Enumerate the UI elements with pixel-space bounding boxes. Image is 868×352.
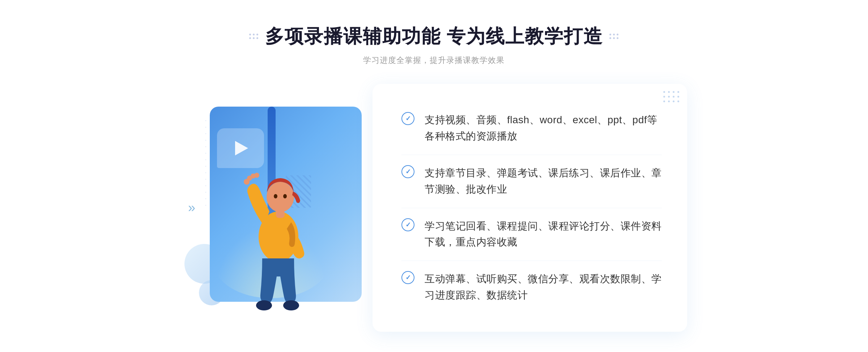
check-circle-1: ✓ [401, 112, 414, 125]
person-illustration [228, 139, 329, 320]
main-title: 多项录播课辅助功能 专为线上教学打造 [265, 24, 603, 49]
check-circle-4: ✓ [401, 271, 414, 284]
check-circle-2: ✓ [401, 165, 414, 178]
svg-point-5 [283, 194, 287, 198]
features-panel: ✓支持视频、音频、flash、word、excel、ppt、pdf等各种格式的资… [373, 84, 687, 331]
feature-item-3: ✓学习笔记回看、课程提问、课程评论打分、课件资料下载，重点内容收藏 [401, 208, 662, 261]
content-area: » [181, 84, 687, 331]
svg-point-1 [256, 300, 272, 310]
feature-text-2: 支持章节目录、弹题考试、课后练习、课后作业、章节测验、批改作业 [425, 165, 662, 198]
feature-text-4: 互动弹幕、试听购买、微信分享、观看次数限制、学习进度跟踪、数据统计 [425, 271, 662, 304]
check-mark-4: ✓ [405, 274, 411, 281]
feature-text-1: 支持视频、音频、flash、word、excel、ppt、pdf等各种格式的资源… [425, 112, 662, 145]
title-row: 多项录播课辅助功能 专为线上教学打造 [249, 24, 619, 49]
chevron-icon: » [188, 201, 195, 214]
panel-dots [663, 91, 680, 103]
feature-item-2: ✓支持章节目录、弹题考试、课后练习、课后作业、章节测验、批改作业 [401, 155, 662, 208]
svg-point-3 [267, 182, 294, 212]
feature-item-4: ✓互动弹幕、试听购买、微信分享、观看次数限制、学习进度跟踪、数据统计 [401, 261, 662, 314]
features-list: ✓支持视频、音频、flash、word、excel、ppt、pdf等各种格式的资… [401, 102, 662, 313]
title-dots-left [249, 34, 259, 39]
arrow-decoration: » [188, 201, 195, 214]
header-section: 多项录播课辅助功能 专为线上教学打造 学习进度全掌握，提升录播课教学效果 [249, 24, 619, 66]
illustration-bg [181, 96, 383, 320]
page-wrapper: 多项录播课辅助功能 专为线上教学打造 学习进度全掌握，提升录播课教学效果 » [0, 9, 868, 342]
svg-rect-10 [276, 210, 285, 218]
check-circle-3: ✓ [401, 218, 414, 231]
subtitle: 学习进度全掌握，提升录播课教学效果 [363, 55, 505, 66]
svg-point-9 [254, 173, 259, 178]
svg-point-2 [283, 300, 299, 310]
svg-point-4 [274, 194, 277, 198]
check-mark-3: ✓ [405, 222, 411, 228]
illustration-wrapper [181, 96, 383, 320]
feature-item-1: ✓支持视频、音频、flash、word、excel、ppt、pdf等各种格式的资… [401, 102, 662, 155]
check-mark-2: ✓ [405, 168, 411, 175]
check-mark-1: ✓ [405, 115, 411, 122]
feature-text-3: 学习笔记回看、课程提问、课程评论打分、课件资料下载，重点内容收藏 [425, 218, 662, 251]
title-dots-right [609, 34, 619, 39]
